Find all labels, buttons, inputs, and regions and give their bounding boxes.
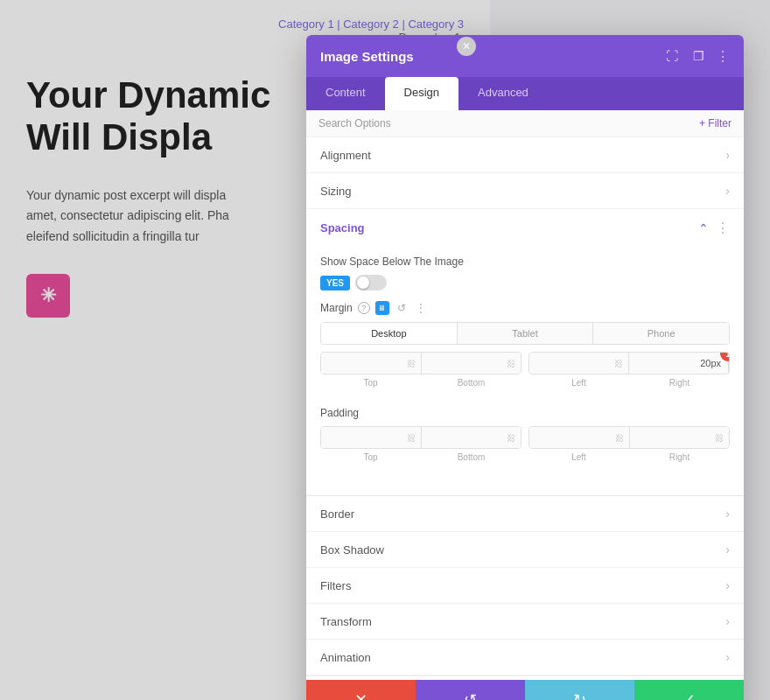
padding-left-input[interactable] xyxy=(529,427,629,448)
margin-label-row: Margin ? 🖥 ↺ ⋮ xyxy=(320,301,730,315)
spacing-section: Spacing ⌃ ⋮ Show Space Below The Image Y… xyxy=(306,209,744,496)
margin-right-inputs: ⛓ 1 xyxy=(528,352,730,374)
redo-icon: ↻ xyxy=(573,690,586,700)
margin-right-field[interactable] xyxy=(629,353,729,374)
alignment-chevron-icon: › xyxy=(725,148,730,162)
undo-button[interactable]: ↺ xyxy=(416,680,525,700)
padding-label: Padding xyxy=(320,407,359,419)
top-label: Top xyxy=(320,378,421,388)
margin-row: Margin ? 🖥 ↺ ⋮ Desktop Tablet Phone xyxy=(320,301,730,396)
left-label: Left xyxy=(528,378,629,388)
transform-section[interactable]: Transform › xyxy=(306,604,744,640)
animation-label: Animation xyxy=(320,651,371,664)
padding-top-field[interactable]: ⛓ xyxy=(321,427,422,448)
panel-header: Image Settings ⛶ ❐ ⋮ xyxy=(306,35,744,77)
toggle-thumb xyxy=(357,276,369,289)
filter-button[interactable]: + Filter xyxy=(699,117,732,130)
border-chevron-icon: › xyxy=(725,507,730,521)
bottom-label: Bottom xyxy=(421,378,522,388)
transform-label: Transform xyxy=(320,615,372,628)
sizing-label: Sizing xyxy=(320,185,351,198)
padding-right-field[interactable]: ⛓ xyxy=(630,427,730,448)
search-placeholder-text: Search Options xyxy=(318,117,391,130)
margin-help-icon[interactable]: ? xyxy=(358,302,370,314)
toggle-switch[interactable]: YES xyxy=(320,275,730,290)
padding-right-input[interactable] xyxy=(630,427,730,448)
padding-right-inputs: ⛓ ⛓ xyxy=(528,426,730,449)
padding-left-label: Left xyxy=(528,452,629,462)
margin-desktop-icon[interactable]: 🖥 xyxy=(375,301,389,315)
action-bar: ✕ ↺ ↻ ✓ xyxy=(306,680,744,700)
padding-left-field[interactable]: ⛓ xyxy=(529,427,630,448)
padding-label-row: Padding xyxy=(320,407,730,419)
tab-advanced[interactable]: Advanced xyxy=(458,77,548,110)
panel-tabs: Content Design Advanced xyxy=(306,77,744,110)
redo-button[interactable]: ↻ xyxy=(525,680,634,700)
padding-bottom-input[interactable] xyxy=(422,427,522,448)
transform-chevron-icon: › xyxy=(725,614,730,628)
margin-input-left-group: ⛓ ⛓ Top Bottom xyxy=(320,352,522,396)
settings-panel: Image Settings ⛶ ❐ ⋮ Content Design Adva… xyxy=(306,35,744,700)
undo-icon: ↺ xyxy=(464,690,477,700)
filters-label: Filters xyxy=(320,579,351,592)
margin-left-field[interactable]: ⛓ xyxy=(529,353,629,374)
close-button[interactable]: ✕ xyxy=(457,37,476,56)
toggle-yes-label: YES xyxy=(320,276,350,290)
spacing-header[interactable]: Spacing ⌃ ⋮ xyxy=(306,209,744,247)
sizing-section[interactable]: Sizing › xyxy=(306,173,744,209)
padding-inputs-container: ⛓ ⛓ Top Bottom xyxy=(320,426,730,471)
padding-right-link-icon: ⛓ xyxy=(715,433,724,443)
margin-inputs-container: ⛓ ⛓ Top Bottom xyxy=(320,352,730,396)
padding-top-label: Top xyxy=(320,452,421,462)
padding-left-group: ⛓ ⛓ Top Bottom xyxy=(320,426,522,471)
margin-top-field[interactable]: ⛓ xyxy=(321,353,422,374)
margin-top-input[interactable] xyxy=(321,353,421,374)
padding-left-labels: Top Bottom xyxy=(320,452,522,462)
more-options-icon[interactable]: ⋮ xyxy=(716,48,730,65)
right-label: Right xyxy=(629,378,730,388)
device-tabs: Desktop Tablet Phone xyxy=(320,322,730,345)
margin-left-inputs: ⛓ ⛓ xyxy=(320,352,522,374)
spacing-dots-icon[interactable]: ⋮ xyxy=(716,220,730,236)
toggle-track[interactable] xyxy=(355,275,387,290)
padding-bottom-label: Bottom xyxy=(421,452,522,462)
cancel-button[interactable]: ✕ xyxy=(306,680,416,700)
border-section[interactable]: Border › xyxy=(306,496,744,532)
animation-section[interactable]: Animation › xyxy=(306,640,744,676)
device-tab-phone[interactable]: Phone xyxy=(593,323,729,344)
padding-top-input[interactable] xyxy=(321,427,421,448)
padding-row: Padding ⛓ ⛓ xyxy=(320,407,730,471)
alignment-label: Alignment xyxy=(320,149,371,162)
alignment-section[interactable]: Alignment › xyxy=(306,137,744,173)
margin-label: Margin xyxy=(320,302,353,314)
margin-left-link-icon: ⛓ xyxy=(614,359,623,368)
spacing-chevron-icon: ⌃ xyxy=(698,221,709,235)
panel-body: Alignment › Sizing › Spacing ⌃ ⋮ Show Sp… xyxy=(306,137,744,680)
box-shadow-section[interactable]: Box Shadow › xyxy=(306,532,744,568)
margin-bottom-input[interactable] xyxy=(422,353,522,374)
tab-design[interactable]: Design xyxy=(385,77,458,110)
spacing-label: Spacing xyxy=(320,221,365,234)
copy-icon[interactable]: ❐ xyxy=(690,47,707,65)
border-label: Border xyxy=(320,508,354,521)
margin-bottom-link-icon: ⛓ xyxy=(507,359,515,368)
padding-top-link-icon: ⛓ xyxy=(407,433,416,443)
fullscreen-icon[interactable]: ⛶ xyxy=(663,47,681,65)
save-button[interactable]: ✓ xyxy=(634,680,744,700)
padding-bottom-field[interactable]: ⛓ xyxy=(422,427,522,448)
filters-chevron-icon: › xyxy=(725,578,730,592)
margin-back-icon[interactable]: ↺ xyxy=(395,301,409,315)
margin-right-input[interactable] xyxy=(629,353,728,374)
margin-more-icon[interactable]: ⋮ xyxy=(414,301,428,315)
padding-left-inputs: ⛓ ⛓ xyxy=(320,426,522,449)
device-tab-tablet[interactable]: Tablet xyxy=(458,323,594,344)
margin-left-labels: Top Bottom xyxy=(320,378,522,388)
save-icon: ✓ xyxy=(682,690,696,700)
box-shadow-chevron-icon: › xyxy=(725,542,730,556)
device-tab-desktop[interactable]: Desktop xyxy=(321,323,458,344)
margin-bottom-field[interactable]: ⛓ xyxy=(422,353,522,374)
panel-title: Image Settings xyxy=(320,49,414,64)
filters-section[interactable]: Filters › xyxy=(306,568,744,604)
tab-content[interactable]: Content xyxy=(306,77,385,110)
margin-right-group: ⛓ 1 Left Right xyxy=(528,352,730,396)
